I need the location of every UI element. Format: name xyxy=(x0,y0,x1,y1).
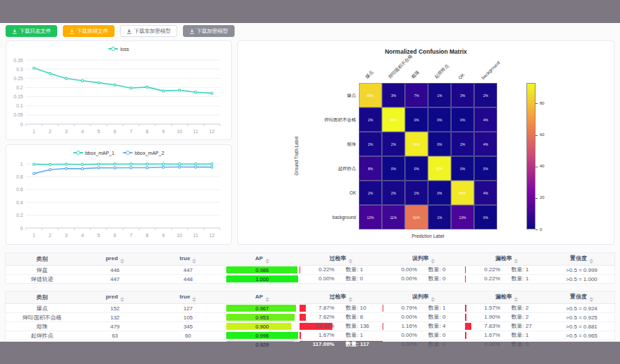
rate-count: 数量: 2 xyxy=(500,313,549,321)
col-header-ap[interactable]: AP xyxy=(225,253,300,266)
colorbar-tick xyxy=(536,167,538,167)
matrix-cell: 0% xyxy=(474,156,497,181)
matrix-col-label: 爆点 xyxy=(364,69,376,80)
svg-text:12: 12 xyxy=(209,129,215,134)
matrix-cell: 0% xyxy=(474,205,497,229)
cell-pred: 447 xyxy=(78,275,152,284)
sort-icon[interactable] xyxy=(514,297,518,302)
button-label: 下载日志文件 xyxy=(20,29,51,34)
sort-asc-arrow xyxy=(589,259,593,261)
sort-icon[interactable] xyxy=(120,259,124,264)
rate-percent: 0.00% xyxy=(383,313,417,321)
button-label: 下载非加密模型 xyxy=(134,29,171,34)
rate-count: 数量: 136 xyxy=(334,322,383,331)
svg-text:0.1: 0.1 xyxy=(16,103,23,108)
download-unencrypted-model-button[interactable]: 下载非加密模型 xyxy=(120,25,177,37)
cell-over: 1.67%数量: 1 xyxy=(300,331,383,340)
sort-icon[interactable] xyxy=(589,297,593,302)
cell-label: 焊印面积不合格 xyxy=(6,313,79,322)
rate-percent: 1.67% xyxy=(300,331,334,340)
download-report-button[interactable]: 下载简报文件 xyxy=(63,25,115,37)
rate-percent: 7.83% xyxy=(465,322,501,331)
legend-item-loss[interactable]: loss xyxy=(108,46,128,52)
cell-over: 7.87%数量: 10 xyxy=(300,304,383,313)
rate-text: 0.00%数量: 0 xyxy=(383,313,465,321)
svg-text:0.3: 0.3 xyxy=(16,67,23,72)
colorbar-tick-label: 40 xyxy=(540,164,545,168)
matrix-y-axis-label: Ground Truth Label xyxy=(294,136,299,175)
rate-count: 数量: 0 xyxy=(417,331,464,340)
sort-icon[interactable] xyxy=(265,259,270,264)
col-header-pred[interactable]: pred xyxy=(78,253,152,266)
sort-icon[interactable] xyxy=(192,297,196,302)
colorbar-tick xyxy=(536,229,538,230)
svg-text:1: 1 xyxy=(20,162,23,167)
col-header-pred[interactable]: pred xyxy=(78,291,152,304)
col-header-ap[interactable]: AP xyxy=(225,291,300,304)
sort-desc-arrow xyxy=(265,261,270,264)
download-log-button[interactable]: 下载日志文件 xyxy=(6,25,57,37)
download-icon xyxy=(126,29,132,34)
loss-chart-plot: 00.050.10.150.20.250.30.3512345678910111… xyxy=(6,54,230,137)
matrix-row-label: 起焊炸点 xyxy=(281,166,356,172)
col-header-miss[interactable]: 漏检率 xyxy=(465,253,549,266)
sort-icon[interactable] xyxy=(120,297,124,302)
matrix-cell: 0% xyxy=(405,107,428,132)
cell-true: 60 xyxy=(152,331,225,340)
col-header-label: 漏检率 xyxy=(495,294,512,300)
sort-icon[interactable] xyxy=(514,259,518,264)
rate-count: 数量: 0 xyxy=(417,340,464,349)
sort-icon[interactable] xyxy=(431,297,435,302)
rate-count: 数量: 0 xyxy=(334,275,383,283)
legend-item-bbox_mAP_2[interactable]: bbox_mAP_2 xyxy=(123,150,164,156)
download-icon xyxy=(69,29,75,34)
col-header-mis[interactable]: 误判率 xyxy=(383,253,465,266)
col-header-over[interactable]: 过检率 xyxy=(300,291,383,304)
cell-miss: 0.22%数量: 1 xyxy=(465,266,549,275)
rate-text: 1.57%数量: 2 xyxy=(465,304,549,312)
sort-icon[interactable] xyxy=(348,297,353,302)
cell-mis: 0.79%数量: 1 xyxy=(383,304,465,313)
rate-percent: 0.00% xyxy=(383,266,417,274)
legend-item-bbox_mAP_1[interactable]: bbox_mAP_1 xyxy=(73,150,115,156)
col-header-conf[interactable]: 置信度 xyxy=(549,253,614,266)
svg-text:3: 3 xyxy=(65,233,68,238)
sort-desc-arrow xyxy=(192,300,196,302)
sort-icon[interactable] xyxy=(589,259,593,264)
cell-true: 448 xyxy=(152,275,225,284)
col-header-true[interactable]: true xyxy=(152,253,225,266)
sort-icon[interactable] xyxy=(192,259,196,264)
matrix-col-label: OK xyxy=(457,72,466,80)
matrix-cell: 0% xyxy=(428,132,451,156)
col-header-conf[interactable]: 置信度 xyxy=(549,291,614,304)
rate-percent: 0.00% xyxy=(383,275,417,283)
rate-count: 数量: 1 xyxy=(334,331,383,340)
rate-count: 数量: 27 xyxy=(500,322,549,331)
cell-mis: 0.00%数量: 0 xyxy=(383,331,465,340)
cell-over: 117.00%数量: 117 xyxy=(300,340,383,349)
sort-icon[interactable] xyxy=(431,259,435,264)
download-encrypted-model-button[interactable]: 下载加密模型 xyxy=(183,25,235,37)
cell-miss: 7.83%数量: 27 xyxy=(465,322,549,331)
svg-text:6: 6 xyxy=(113,233,116,238)
ap-bar-wrap: 0.929 xyxy=(226,341,298,348)
sort-desc-arrow xyxy=(265,300,270,302)
cell-ap: 0.967 xyxy=(225,304,300,313)
col-header-miss[interactable]: 漏检率 xyxy=(465,291,549,304)
legend-label: loss xyxy=(120,47,128,52)
cell-true: 127 xyxy=(152,304,225,313)
sort-icon[interactable] xyxy=(265,297,270,302)
svg-text:11: 11 xyxy=(193,233,198,238)
col-header-over[interactable]: 过检率 xyxy=(300,253,383,266)
ap-bar-wrap: 0.953 xyxy=(226,314,298,321)
col-header-mis[interactable]: 误判率 xyxy=(383,291,465,304)
sort-desc-arrow xyxy=(348,261,353,264)
svg-text:0.2: 0.2 xyxy=(16,213,23,218)
col-header-true[interactable]: true xyxy=(152,291,225,304)
ap-value: 0.929 xyxy=(226,341,298,348)
cell-ap: 0.986 xyxy=(225,266,300,275)
sort-asc-arrow xyxy=(348,259,353,261)
matrix-cell: 2% xyxy=(405,181,428,205)
sort-icon[interactable] xyxy=(348,259,353,264)
matrix-cell: 1% xyxy=(428,83,451,107)
